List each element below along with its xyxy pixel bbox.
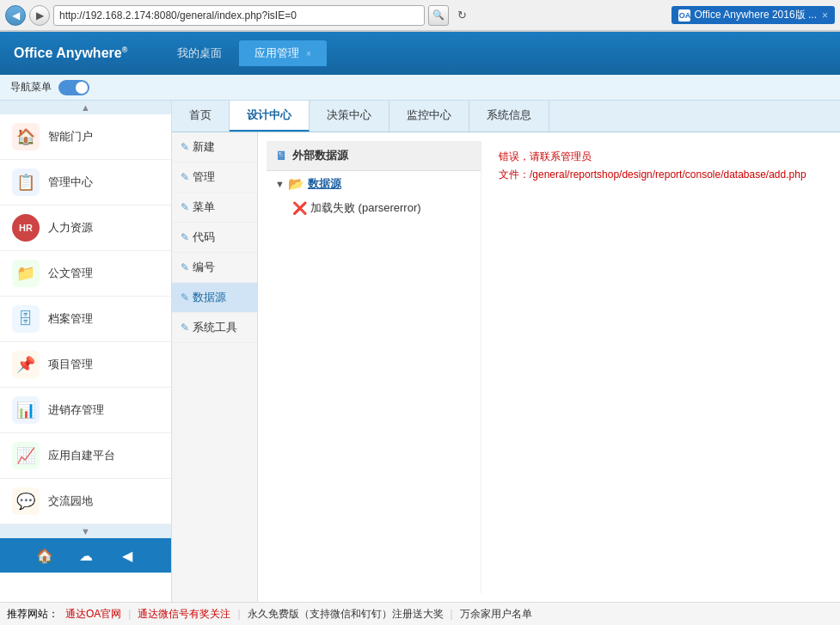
app-platform-icon: 📈 <box>12 442 40 469</box>
sidebar-label-hr: 人力资源 <box>48 220 93 236</box>
management-center-icon: 📋 <box>12 169 40 196</box>
left-menu-manage[interactable]: ✎ 管理 <box>172 162 257 193</box>
sidebar-item-hr[interactable]: HR 人力资源 <box>0 205 171 251</box>
bottom-sidebar: 🏠 ☁ ◀ <box>0 538 171 573</box>
content-tab-monitor[interactable]: 监控中心 <box>389 101 469 132</box>
code-icon: ✎ <box>181 231 189 243</box>
pane-title: 🖥 外部数据源 <box>267 141 481 171</box>
nav-toggle-label: 导航菜单 <box>10 80 52 95</box>
sidebar-item-inventory-management[interactable]: 📊 进销存管理 <box>0 388 171 433</box>
sidebar-label-intelligent-portal: 智能门户 <box>48 129 93 144</box>
document-management-icon: 📁 <box>12 260 40 287</box>
main-body: ▲ 🏠 智能门户 📋 管理中心 HR 人力资源 <box>0 101 840 602</box>
left-menu-menu[interactable]: ✎ 菜单 <box>172 193 257 223</box>
tab-title: Office Anywhere 2016版 ... <box>694 8 817 22</box>
menu-icon: ✎ <box>181 201 189 213</box>
app-header: Office Anywhere® 我的桌面 应用管理 × <box>0 32 840 75</box>
sidebar-item-intelligent-portal[interactable]: 🏠 智能门户 <box>0 114 171 160</box>
error-item-label: 加载失败 (parsererror) <box>310 200 421 216</box>
app-logo: Office Anywhere® <box>14 46 127 61</box>
sidebar-item-management-center[interactable]: 📋 管理中心 <box>0 160 171 205</box>
sidebar-label-community: 交流园地 <box>48 493 93 509</box>
tree-folder-datasource[interactable]: ▼ 📂 数据源 <box>267 171 481 197</box>
sidebar-label-app-platform: 应用自建平台 <box>48 448 115 463</box>
toggle-knob <box>76 82 88 94</box>
sidebar-item-archive-management[interactable]: 🗄 档案管理 <box>0 297 171 342</box>
tree-pane: 🖥 外部数据源 ▼ 📂 数据源 ❌ 加载失败 (parsererror) <box>267 141 481 593</box>
datasource-icon: ✎ <box>181 291 189 303</box>
content-tab-home[interactable]: 首页 <box>172 101 230 132</box>
browser-chrome: ◀ ▶ 🔍 ↻ OA Office Anywhere 2016版 ... × <box>0 0 840 32</box>
bookmarks-bar: 推荐网站： 通达OA官网 | 通达微信号有奖关注 | 永久免费版（支持微信和钉钉… <box>0 602 840 625</box>
tools-icon: ✎ <box>181 322 189 334</box>
left-menu-code[interactable]: ✎ 代码 <box>172 223 257 253</box>
tab-close-btn[interactable]: × <box>822 9 828 21</box>
error-pane: 错误，请联系管理员 文件：/general/reportshop/design/… <box>490 141 831 593</box>
nav-toggle-switch[interactable] <box>58 80 89 95</box>
back-bottom-btn[interactable]: ◀ <box>115 543 139 567</box>
left-menu-datasource[interactable]: ✎ 数据源 <box>172 283 257 313</box>
sidebar-label-archive-management: 档案管理 <box>48 311 93 327</box>
sidebar-item-app-platform[interactable]: 📈 应用自建平台 <box>0 433 171 479</box>
inventory-management-icon: 📊 <box>12 396 40 424</box>
sidebar-scroll-up[interactable]: ▲ <box>0 101 171 114</box>
intelligent-portal-icon: 🏠 <box>12 123 40 150</box>
hr-icon: HR <box>12 214 40 242</box>
cloud-bottom-btn[interactable]: ☁ <box>74 543 98 567</box>
error-file: 文件：/general/reportshop/design/report/con… <box>499 168 823 182</box>
sidebar: ▲ 🏠 智能门户 📋 管理中心 HR 人力资源 <box>0 101 172 602</box>
refresh-button[interactable]: ↻ <box>452 5 473 26</box>
header-nav: 我的桌面 应用管理 × <box>162 40 826 66</box>
sidebar-label-management-center: 管理中心 <box>48 175 93 190</box>
sidebar-item-community[interactable]: 💬 交流园地 <box>0 479 171 524</box>
tab-app-management[interactable]: 应用管理 × <box>239 40 326 66</box>
nav-toggle-bar: 导航菜单 <box>0 75 840 101</box>
app-container: Office Anywhere® 我的桌面 应用管理 × 导航菜单 ▲ 🏠 <box>0 32 840 602</box>
sidebar-label-document-management: 公文管理 <box>48 266 93 281</box>
sidebar-item-project-management[interactable]: 📌 项目管理 <box>0 342 171 388</box>
content-inner: ✎ 新建 ✎ 管理 ✎ 菜单 ✎ 代码 <box>172 132 840 602</box>
number-icon: ✎ <box>181 261 189 273</box>
content-tab-decision[interactable]: 决策中心 <box>310 101 389 132</box>
folder-label[interactable]: 数据源 <box>308 176 341 192</box>
left-menu-new[interactable]: ✎ 新建 <box>172 132 257 162</box>
content-tab-sysinfo[interactable]: 系统信息 <box>469 101 549 132</box>
back-button[interactable]: ◀ <box>5 5 26 26</box>
sidebar-scroll-down[interactable]: ▼ <box>0 524 171 538</box>
community-icon: 💬 <box>12 487 40 515</box>
forward-button[interactable]: ▶ <box>29 5 50 26</box>
sidebar-label-inventory-management: 进销存管理 <box>48 402 104 418</box>
tab-close-app[interactable]: × <box>306 49 311 58</box>
home-bottom-btn[interactable]: 🏠 <box>33 543 57 567</box>
main-pane: 🖥 外部数据源 ▼ 📂 数据源 ❌ 加载失败 (parsererror) <box>258 132 840 602</box>
address-bar[interactable] <box>53 5 425 26</box>
pane-title-text: 外部数据源 <box>292 148 348 163</box>
tab-my-desktop[interactable]: 我的桌面 <box>162 40 237 66</box>
error-title: 错误，请联系管理员 <box>499 150 823 164</box>
content-tabs: 首页 设计中心 决策中心 监控中心 系统信息 <box>172 101 840 132</box>
left-menu: ✎ 新建 ✎ 管理 ✎ 菜单 ✎ 代码 <box>172 132 258 602</box>
tree-children: ❌ 加载失败 (parsererror) <box>267 197 481 219</box>
tree-error-item: ❌ 加载失败 (parsererror) <box>292 197 481 219</box>
pane-title-icon: 🖥 <box>275 149 287 162</box>
content-tab-design[interactable]: 设计中心 <box>230 101 310 132</box>
bookmark-wechat[interactable]: 通达微信号有奖关注 <box>138 607 230 622</box>
sidebar-item-document-management[interactable]: 📁 公文管理 <box>0 251 171 297</box>
bookmark-free-version[interactable]: 永久免费版（支持微信和钉钉）注册送大奖 <box>248 607 444 622</box>
project-management-icon: 📌 <box>12 351 40 378</box>
folder-arrow-icon: ▼ <box>275 179 285 189</box>
sidebar-label-project-management: 项目管理 <box>48 357 93 372</box>
bookmark-user-list[interactable]: 万余家用户名单 <box>460 607 532 622</box>
folder-icon: 📂 <box>288 176 304 192</box>
error-item-icon: ❌ <box>292 201 307 215</box>
left-menu-tools[interactable]: ✎ 系统工具 <box>172 313 257 343</box>
bookmark-oa-official[interactable]: 通达OA官网 <box>65 607 121 622</box>
manage-icon: ✎ <box>181 171 189 183</box>
bookmarks-prefix: 推荐网站： <box>7 607 58 622</box>
archive-management-icon: 🗄 <box>12 305 40 333</box>
browser-toolbar: ◀ ▶ 🔍 ↻ OA Office Anywhere 2016版 ... × <box>0 0 840 31</box>
new-icon: ✎ <box>181 141 189 153</box>
content-area: 首页 设计中心 决策中心 监控中心 系统信息 ✎ 新建 ✎ 管理 <box>172 101 840 602</box>
left-menu-number[interactable]: ✎ 编号 <box>172 253 257 283</box>
search-button[interactable]: 🔍 <box>428 5 449 26</box>
